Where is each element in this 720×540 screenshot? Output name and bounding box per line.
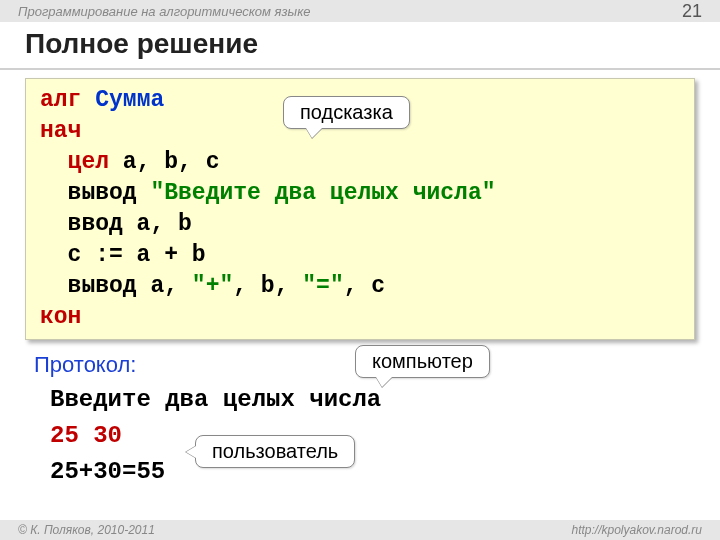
footer-copyright: © К. Поляков, 2010-2011: [18, 523, 155, 537]
kw-alg: алг: [40, 87, 81, 113]
callout-user: пользователь: [195, 435, 355, 468]
kw-begin: нач: [40, 118, 81, 144]
header-bar: Программирование на алгоритмическом язык…: [0, 0, 720, 22]
kw-end: кон: [40, 304, 81, 330]
code-line-5: ввод a, b: [40, 209, 680, 240]
var-decl: a, b, c: [109, 149, 219, 175]
header-subject: Программирование на алгоритмическом язык…: [18, 4, 311, 19]
footer-url: http://kpolyakov.narod.ru: [571, 523, 702, 537]
str-plus: "+": [192, 273, 233, 299]
callout-hint: подсказка: [283, 96, 410, 129]
prog-name: Сумма: [95, 87, 164, 113]
str-prompt: "Введите два целых числа": [150, 180, 495, 206]
stmt-out2c: , b,: [233, 273, 302, 299]
protocol-line-3: 25+30=55: [50, 454, 720, 490]
protocol-block: Введите два целых числа 25 30 25+30=55: [50, 382, 720, 490]
stmt-out2a: вывод a,: [68, 273, 192, 299]
callout-computer: компьютер: [355, 345, 490, 378]
stmt-out1a: вывод: [68, 180, 151, 206]
footer-bar: © К. Поляков, 2010-2011 http://kpolyakov…: [0, 520, 720, 540]
code-line-3: цел a, b, c: [40, 147, 680, 178]
protocol-line-1: Введите два целых числа: [50, 382, 720, 418]
page-number: 21: [682, 1, 702, 22]
stmt-out2e: , c: [344, 273, 385, 299]
slide-title: Полное решение: [0, 22, 720, 70]
str-eq: "=": [302, 273, 343, 299]
code-line-4: вывод "Введите два целых числа": [40, 178, 680, 209]
stmt-assign: c := a + b: [68, 242, 206, 268]
code-line-7: вывод a, "+", b, "=", c: [40, 271, 680, 302]
code-line-6: c := a + b: [40, 240, 680, 271]
kw-int: цел: [68, 149, 109, 175]
code-line-8: кон: [40, 302, 680, 333]
protocol-line-2: 25 30: [50, 418, 720, 454]
stmt-in: ввод a, b: [68, 211, 192, 237]
